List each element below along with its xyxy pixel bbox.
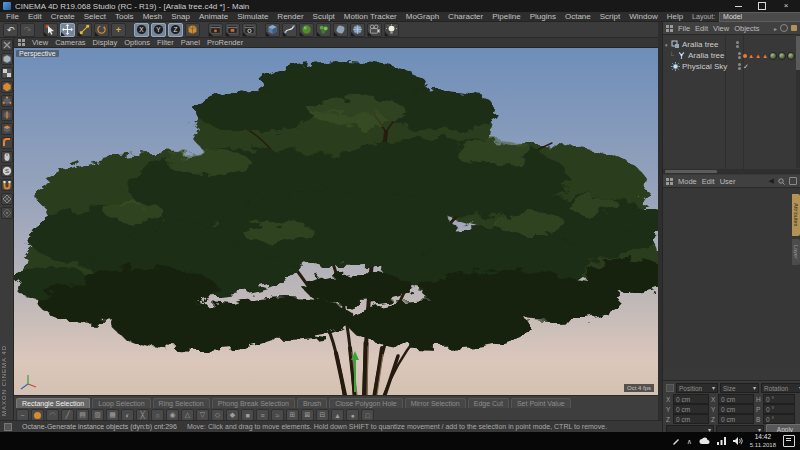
panel-menu-icon[interactable] bbox=[666, 25, 673, 32]
size-z-field[interactable]: 0 cm bbox=[718, 414, 754, 424]
magnet-snap-icon[interactable] bbox=[1, 179, 13, 191]
palette-tab[interactable]: Close Polygon Hole bbox=[329, 398, 402, 408]
vp-menu-display[interactable]: Display bbox=[93, 38, 118, 47]
add-primitive-icon[interactable] bbox=[265, 23, 280, 37]
menu-tools[interactable]: Tools bbox=[115, 12, 134, 21]
minimize-button[interactable] bbox=[733, 2, 743, 11]
om-menu-view[interactable]: View bbox=[713, 24, 729, 33]
points-mode-icon[interactable] bbox=[1, 95, 13, 107]
model-mode-icon[interactable] bbox=[1, 53, 13, 65]
menu-window[interactable]: Window bbox=[629, 12, 657, 21]
palette-tab[interactable]: Set Point Value bbox=[511, 398, 571, 408]
menu-character[interactable]: Character bbox=[448, 12, 483, 21]
menu-file[interactable]: File bbox=[6, 12, 19, 21]
add-deformer-icon[interactable] bbox=[333, 23, 348, 37]
menu-edit[interactable]: Edit bbox=[28, 12, 42, 21]
palette-tab[interactable]: Loop Selection bbox=[92, 398, 150, 408]
position-mode-select[interactable]: Position▾ bbox=[676, 383, 718, 393]
dock-tab-layer[interactable]: Layer bbox=[792, 239, 800, 265]
last-tool-icon[interactable]: + bbox=[111, 23, 126, 37]
menu-motion-tracker[interactable]: Motion Tracker bbox=[344, 12, 397, 21]
palette-tab[interactable]: Ring Selection bbox=[153, 398, 210, 408]
dock-tab-attributes[interactable]: Attributes bbox=[792, 194, 800, 236]
object-row[interactable]: └ Aralia tree ▲ ▲ ▲ bbox=[663, 50, 797, 61]
lock-workplane-icon[interactable] bbox=[1, 207, 13, 219]
tweak-mode-icon[interactable] bbox=[1, 151, 13, 163]
object-name[interactable]: Physical Sky bbox=[682, 62, 727, 71]
menu-help[interactable]: Help bbox=[667, 12, 683, 21]
size-x-field[interactable]: 0 cm bbox=[718, 394, 754, 404]
texture-axis-mode-icon[interactable] bbox=[1, 81, 13, 93]
am-menu-mode[interactable]: Mode bbox=[678, 177, 697, 186]
add-camera-icon[interactable] bbox=[367, 23, 382, 37]
network-icon[interactable] bbox=[717, 437, 726, 445]
maximize-button[interactable] bbox=[757, 2, 767, 11]
palette-tab[interactable]: Rectangle Selection bbox=[16, 398, 90, 408]
notification-center-icon[interactable] bbox=[783, 435, 795, 447]
position-z-field[interactable]: 0 cm bbox=[673, 414, 709, 424]
add-environment-icon[interactable] bbox=[350, 23, 365, 37]
rotate-tool-icon[interactable] bbox=[94, 23, 109, 37]
om-horizontal-scrollbar[interactable] bbox=[663, 169, 800, 174]
edit-render-settings-icon[interactable] bbox=[242, 23, 257, 37]
palette-tab[interactable]: Edge Cut bbox=[468, 398, 509, 408]
redo-icon[interactable]: ↷ bbox=[20, 23, 35, 37]
am-menu-edit[interactable]: Edit bbox=[702, 177, 715, 186]
render-view-icon[interactable] bbox=[208, 23, 223, 37]
chevron-right-icon[interactable]: ▸ bbox=[774, 25, 777, 32]
om-menu-edit[interactable]: Edit bbox=[695, 24, 708, 33]
am-menu-user[interactable]: User bbox=[720, 177, 736, 186]
move-tool-icon[interactable] bbox=[60, 23, 75, 37]
viewport-camera-label[interactable]: Perspective bbox=[16, 50, 59, 57]
undo-icon[interactable]: ↶ bbox=[3, 23, 18, 37]
scale-tool-icon[interactable] bbox=[77, 23, 92, 37]
palette-tab[interactable]: Mirror Selection bbox=[405, 398, 466, 408]
render-to-picture-viewer-icon[interactable] bbox=[225, 23, 240, 37]
object-name[interactable]: Aralia tree bbox=[682, 40, 718, 49]
material-tag-icon[interactable] bbox=[769, 52, 777, 60]
menu-render[interactable]: Render bbox=[277, 12, 303, 21]
viewport-canvas[interactable]: Perspective Oct 4 fps bbox=[14, 48, 658, 395]
palette-tab[interactable]: Phong Break Selection bbox=[212, 398, 295, 408]
coordinate-system-icon[interactable] bbox=[185, 23, 200, 37]
size-y-field[interactable]: 0 cm bbox=[718, 404, 754, 414]
filter-icon[interactable] bbox=[791, 25, 797, 31]
pen-icon[interactable] bbox=[672, 437, 680, 445]
edges-mode-icon[interactable] bbox=[1, 109, 13, 121]
palette-tab[interactable]: Brush bbox=[297, 398, 327, 408]
lock-x-axis-icon[interactable]: X bbox=[134, 23, 149, 37]
octane-object-tag-icon[interactable]: ▲ bbox=[748, 53, 754, 59]
panel-menu-icon[interactable] bbox=[666, 178, 673, 185]
visibility-dots[interactable] bbox=[738, 63, 741, 70]
octane-tag-icon[interactable] bbox=[743, 54, 747, 58]
taskbar-clock[interactable]: 14:42 5.11.2018 bbox=[750, 433, 776, 449]
add-mograph-icon[interactable] bbox=[316, 23, 331, 37]
object-row[interactable]: ▾ Aralia tree bbox=[663, 39, 797, 50]
om-menu-objects[interactable]: Objects bbox=[734, 24, 759, 33]
make-editable-icon[interactable] bbox=[1, 39, 13, 51]
workplane-mode-icon[interactable] bbox=[1, 193, 13, 205]
visibility-dots[interactable] bbox=[738, 52, 741, 59]
object-row[interactable]: Physical Sky ✓ bbox=[663, 61, 797, 72]
menu-create[interactable]: Create bbox=[51, 12, 75, 21]
octane-object-tag-icon[interactable]: ▲ bbox=[755, 53, 761, 59]
compositing-tag-icon[interactable]: ✓ bbox=[743, 63, 749, 71]
volume-icon[interactable] bbox=[733, 437, 743, 445]
rotation-mode-select[interactable]: Rotation▾ bbox=[761, 383, 800, 393]
menu-script[interactable]: Script bbox=[600, 12, 620, 21]
position-y-field[interactable]: 0 cm bbox=[673, 404, 709, 414]
size-mode-select[interactable]: Size▾ bbox=[720, 383, 759, 393]
menu-sculpt[interactable]: Sculpt bbox=[313, 12, 335, 21]
menu-octane[interactable]: Octane bbox=[565, 12, 591, 21]
rotation-h-field[interactable]: 0 ° bbox=[763, 394, 795, 404]
history-back-icon[interactable]: ◀ bbox=[769, 177, 774, 185]
search-icon[interactable] bbox=[778, 178, 785, 185]
object-name[interactable]: Aralia tree bbox=[688, 51, 724, 60]
vp-menu-view[interactable]: View bbox=[32, 38, 48, 47]
om-menu-file[interactable]: File bbox=[678, 24, 690, 33]
lock-z-axis-icon[interactable]: Z bbox=[168, 23, 183, 37]
menu-snap[interactable]: Snap bbox=[171, 12, 190, 21]
enable-axis-icon[interactable] bbox=[1, 137, 13, 149]
position-x-field[interactable]: 0 cm bbox=[673, 394, 709, 404]
texture-mode-icon[interactable] bbox=[1, 67, 13, 79]
